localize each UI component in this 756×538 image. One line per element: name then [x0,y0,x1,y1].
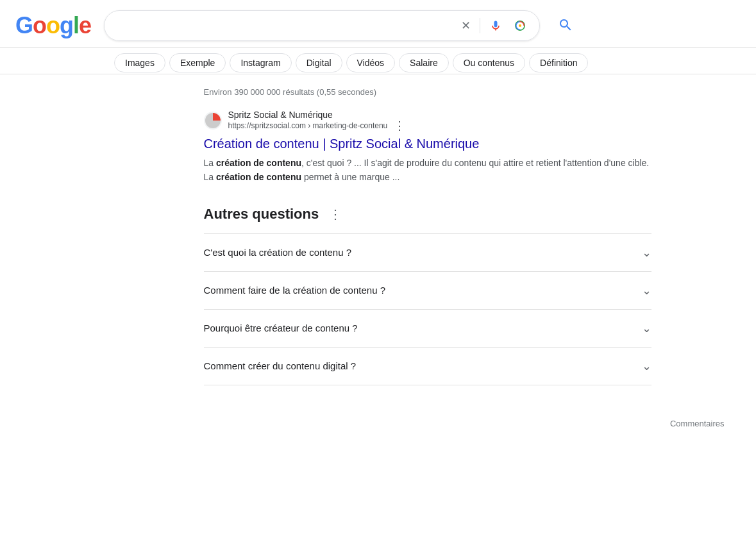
site-name-url: Spritz Social & Numérique https://spritz… [228,110,408,131]
google-logo[interactable]: Google [15,12,91,39]
site-name: Spritz Social & Numérique [228,110,408,120]
faq-question-2: Comment faire de la création de contenu … [204,285,386,296]
divider [480,18,480,33]
site-favicon [204,112,222,130]
clear-button[interactable]: ✕ [458,16,473,35]
search-submit-icon [558,17,573,33]
chevron-down-icon-4: ⌄ [642,359,651,373]
tab-videos[interactable]: Vidéos [346,53,396,72]
faq-item-3[interactable]: Pourquoi être créateur de contenu ? ⌄ [204,310,651,348]
tab-exemple[interactable]: Exemple [169,53,226,72]
footer: Commentaires [6,408,750,439]
tab-salaire[interactable]: Salaire [399,53,449,72]
tab-digital[interactable]: Digital [296,53,342,72]
main-content: Environ 390 000 000 résultats (0,55 seco… [90,74,667,408]
more-options-button[interactable]: ⋮ [391,120,408,131]
faq-question-3: Pourquoi être créateur de contenu ? [204,323,358,333]
svg-point-1 [519,24,521,27]
autres-questions-title: Autres questions [204,206,319,223]
result-card: Spritz Social & Numérique https://spritz… [204,110,651,185]
autres-questions-section: Autres questions ⋮ C'est quoi la créatio… [204,205,651,385]
site-url-link[interactable]: https://spritzsocial.com › marketing-de-… [228,121,388,130]
chevron-down-icon-1: ⌄ [642,246,651,260]
tab-instagram[interactable]: Instagram [230,53,291,72]
chevron-down-icon-3: ⌄ [642,321,651,335]
tab-ou-contenus[interactable]: Ou contenus [453,53,525,72]
search-submit-button[interactable] [553,15,578,37]
clear-icon: ✕ [461,19,471,33]
filter-tabs: Images Exemple Instagram Digital Vidéos … [0,48,756,74]
autres-questions-more-button[interactable]: ⋮ [325,205,346,223]
favicon-image [205,113,221,128]
lens-search-button[interactable] [511,17,529,35]
result-title[interactable]: Création de contenu | Spritz Social & Nu… [204,135,651,152]
search-input[interactable]: création de contenu [115,20,452,31]
faq-list: C'est quoi la création de contenu ? ⌄ Co… [204,233,651,385]
lens-icon [514,19,526,32]
faq-item-4[interactable]: Comment créer du contenu digital ? ⌄ [204,348,651,385]
voice-search-button[interactable] [487,17,505,35]
faq-item-1[interactable]: C'est quoi la création de contenu ? ⌄ [204,234,651,272]
faq-question-1: C'est quoi la création de contenu ? [204,247,352,258]
chevron-down-icon-2: ⌄ [642,283,651,298]
search-icons: ✕ [458,16,529,35]
faq-question-4: Comment créer du contenu digital ? [204,360,357,371]
autres-questions-header: Autres questions ⋮ [204,205,651,223]
header: Google création de contenu ✕ [0,0,756,48]
search-bar: création de contenu ✕ [104,10,540,41]
faq-item-2[interactable]: Comment faire de la création de contenu … [204,272,651,310]
result-snippet: La création de contenu, c'est quoi ? ...… [204,156,651,185]
mic-icon [489,19,502,32]
tab-images[interactable]: Images [114,53,165,72]
results-count: Environ 390 000 000 résultats (0,55 seco… [204,87,651,97]
site-url: https://spritzsocial.com › marketing-de-… [228,120,408,131]
footer-comment-link[interactable]: Commentaires [670,419,725,428]
tab-definition[interactable]: Définition [529,53,588,72]
result-site-info: Spritz Social & Numérique https://spritz… [204,110,651,131]
